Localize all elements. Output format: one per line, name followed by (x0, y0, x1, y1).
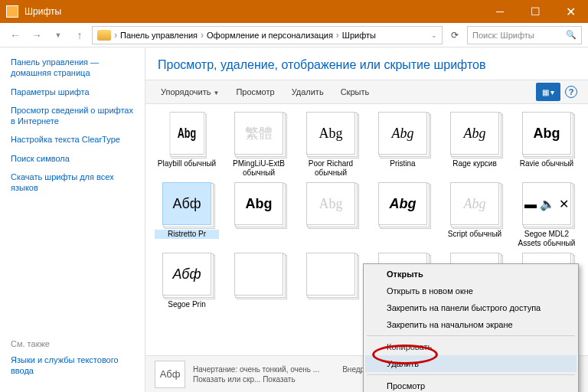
font-name: Ristretto Pr (155, 230, 219, 239)
forward-button[interactable]: → (28, 26, 46, 44)
font-item[interactable]: AbgRage курсив (443, 112, 507, 178)
font-name: Poor Richard обычный (299, 159, 363, 178)
font-item[interactable]: AbgPlaybill обычный (155, 112, 219, 178)
sidebar-link-languages[interactable]: Языки и службы текстового ввода (11, 354, 134, 377)
font-preview: Abg (378, 112, 427, 155)
font-preview: Abg (378, 182, 427, 225)
context-item[interactable]: Копировать (365, 338, 577, 355)
font-preview: ▬ 🔈 ✕ (522, 182, 571, 225)
font-item[interactable]: АбфRistretto Pr (155, 182, 219, 248)
font-item[interactable] (299, 253, 363, 318)
font-item[interactable]: AbgRavie обычный (514, 112, 579, 178)
context-item[interactable]: Просмотр (365, 377, 577, 392)
sidebar-link-cleartype[interactable]: Настройка текста ClearType (11, 134, 134, 145)
sidebar-link-download[interactable]: Скачать шрифты для всех языков (11, 172, 134, 194)
font-preview: Abg (522, 112, 571, 155)
font-item[interactable]: Abg (227, 182, 291, 248)
font-item[interactable]: Abg (371, 182, 435, 248)
see-also-label: См. также (11, 339, 134, 348)
view-mode-button[interactable]: ▦ ▾ (536, 83, 560, 101)
close-button[interactable]: ✕ (553, 0, 588, 23)
sidebar-link-home[interactable]: Панель управления — домашняя страница (11, 57, 134, 79)
font-item[interactable]: AbgPristina (371, 112, 435, 178)
context-item[interactable]: Удалить (365, 355, 577, 372)
context-item[interactable]: Закрепить на начальном экране (365, 316, 577, 333)
context-menu: ОткрытьОткрыть в новом окнеЗакрепить на … (363, 263, 579, 392)
font-item[interactable] (227, 253, 291, 318)
font-name: Segoe Prin (155, 300, 219, 309)
context-item[interactable]: Закрепить на панели быстрого доступа (365, 299, 577, 316)
help-button[interactable]: ? (562, 83, 580, 101)
font-name: PMingLiU-ExtB обычный (227, 159, 291, 178)
sidebar-link-online[interactable]: Просмотр сведений о шрифтах в Интернете (11, 105, 134, 127)
search-icon: 🔍 (566, 30, 577, 40)
toolbar: Упорядочить▼ Просмотр Удалить Скрыть ▦ ▾… (145, 80, 588, 104)
font-preview (306, 253, 355, 296)
refresh-button[interactable]: ⟳ (446, 26, 464, 44)
context-item[interactable]: Открыть в новом окне (365, 283, 577, 299)
sidebar: Панель управления — домашняя страница Па… (0, 47, 145, 392)
font-preview: Abg (306, 112, 355, 155)
font-preview: 繁體 (234, 112, 283, 155)
font-name: Pristina (371, 159, 435, 168)
context-separator (367, 374, 575, 375)
organize-button[interactable]: Упорядочить▼ (153, 84, 227, 100)
main-content: Просмотр, удаление, отображение или скры… (145, 47, 588, 392)
font-preview: Abg (306, 182, 355, 225)
folder-icon (97, 30, 111, 41)
font-name: Ravie обычный (514, 159, 579, 168)
font-item[interactable]: AbgScript обычный (443, 182, 507, 248)
font-item[interactable]: АбфSegoe Prin (155, 253, 219, 318)
font-preview: Abg (450, 112, 499, 155)
font-preview: Абф (162, 253, 211, 296)
font-item[interactable]: ▬ 🔈 ✕Segoe MDL2 Assets обычный (514, 182, 579, 248)
context-separator (367, 335, 575, 336)
font-name: Script обычный (443, 230, 507, 239)
sidebar-link-charmap[interactable]: Поиск символа (11, 153, 134, 164)
status-preview: Абф (155, 361, 185, 388)
preview-button[interactable]: Просмотр (228, 84, 282, 100)
app-icon (6, 5, 18, 18)
font-preview: Abg (234, 182, 283, 225)
back-button[interactable]: ← (6, 26, 24, 44)
breadcrumb[interactable]: › Панель управления › Оформление и персо… (92, 26, 443, 44)
font-name: Playbill обычный (155, 159, 219, 168)
hide-button[interactable]: Скрыть (333, 84, 377, 100)
minimize-button[interactable]: ─ (482, 0, 518, 23)
font-preview: Абф (162, 182, 211, 225)
delete-button[interactable]: Удалить (284, 84, 332, 100)
font-item[interactable]: AbgPoor Richard обычный (299, 112, 363, 178)
font-preview: Abg (450, 182, 499, 225)
page-title: Просмотр, удаление, отображение или скры… (145, 47, 588, 80)
font-name: Rage курсив (443, 159, 507, 168)
history-dropdown[interactable]: ▼ (49, 26, 67, 44)
font-preview (234, 253, 283, 296)
window-title: Шрифты (24, 6, 482, 17)
font-name: Segoe MDL2 Assets обычный (514, 230, 579, 248)
chevron-down-icon[interactable]: ⌄ (431, 31, 437, 39)
font-item[interactable]: Abg (299, 182, 363, 248)
font-preview: Abg (170, 112, 204, 155)
addressbar: ← → ▼ ↑ › Панель управления › Оформление… (0, 23, 588, 47)
up-button[interactable]: ↑ (70, 26, 89, 44)
titlebar: Шрифты ─ ☐ ✕ (0, 0, 588, 23)
context-item[interactable]: Открыть (365, 266, 577, 283)
sidebar-link-settings[interactable]: Параметры шрифта (11, 87, 134, 97)
maximize-button[interactable]: ☐ (518, 0, 553, 23)
search-input[interactable]: Поиск: Шрифты 🔍 (467, 26, 582, 44)
font-item[interactable]: 繁體PMingLiU-ExtB обычный (227, 112, 291, 178)
